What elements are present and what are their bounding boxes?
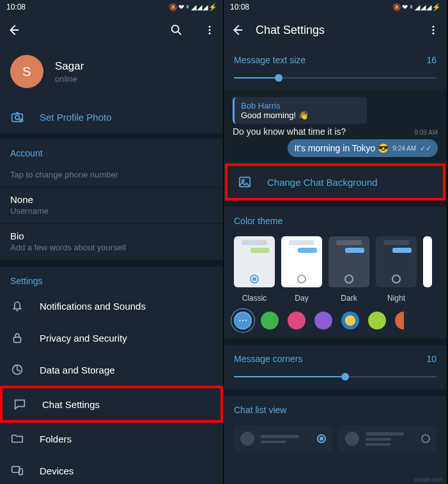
settings-chat[interactable]: Chat Settings xyxy=(0,386,223,423)
bio-item[interactable]: Bio Add a few words about yourself xyxy=(0,224,223,261)
back-icon[interactable] xyxy=(6,23,20,37)
account-header: Account xyxy=(0,139,223,162)
theme-cards xyxy=(224,230,447,291)
settings-header: Settings xyxy=(0,267,223,290)
chat-icon xyxy=(13,397,27,411)
change-background[interactable]: Change Chat Background xyxy=(225,163,445,200)
set-profile-photo[interactable]: Set Profile Photo xyxy=(0,101,223,133)
svg-rect-9 xyxy=(12,467,20,473)
theme-day[interactable] xyxy=(281,236,322,287)
svg-point-13 xyxy=(433,29,435,31)
accent-colors: ⋯ xyxy=(224,309,447,338)
chat-settings-screen: 10:08 🔕 ❤ x◢ ◢ ◢ ⚡ Chat Settings Message… xyxy=(224,0,447,484)
text-size-slider[interactable] xyxy=(234,72,436,84)
accent-pink[interactable] xyxy=(288,312,305,329)
incoming-bubble: Bob Harris Good morning! 👋 xyxy=(233,97,367,124)
chatlist-two-line[interactable] xyxy=(234,425,332,452)
status-icons: 🔕 ❤ x◢ ◢ ◢ ⚡ xyxy=(169,3,217,11)
chatlist-three-line[interactable] xyxy=(339,425,437,452)
chatlist-label: Chat list view xyxy=(224,396,447,419)
back-icon[interactable] xyxy=(230,23,244,37)
accent-blue[interactable]: ⋯ xyxy=(234,312,252,329)
svg-rect-7 xyxy=(14,337,21,342)
status-bar: 10:08 🔕 ❤ x◢ ◢ ◢ ⚡ xyxy=(224,0,447,14)
svg-point-3 xyxy=(209,33,211,34)
accent-cyan[interactable] xyxy=(341,312,359,329)
corners-section: Message corners 10 xyxy=(224,345,447,389)
devices-icon xyxy=(10,464,24,478)
svg-point-12 xyxy=(433,26,435,27)
lock-icon xyxy=(10,331,24,345)
settings-privacy[interactable]: Privacy and Security xyxy=(0,322,223,354)
chat-list-options xyxy=(224,419,447,458)
radio-icon xyxy=(317,434,326,443)
profile-status: online xyxy=(55,74,84,84)
svg-point-16 xyxy=(242,179,244,182)
corners-slider[interactable] xyxy=(234,370,436,383)
text-size-label: Message text size xyxy=(234,55,305,65)
outgoing-bubble: It's morning in Tokyo 😎 9:24 AM ✓✓ xyxy=(288,139,438,157)
clock: 10:08 xyxy=(6,3,26,11)
camera-icon xyxy=(10,110,24,124)
svg-point-0 xyxy=(172,26,179,33)
page-title: Chat Settings xyxy=(256,24,415,37)
data-icon xyxy=(10,363,24,377)
app-bar xyxy=(0,14,223,46)
svg-point-1 xyxy=(209,26,211,27)
corners-label: Message corners xyxy=(234,354,302,364)
avatar: S xyxy=(10,55,43,88)
accent-purple[interactable] xyxy=(314,312,332,329)
status-bar: 10:08 🔕 ❤ x◢ ◢ ◢ ⚡ xyxy=(0,0,223,14)
profile-header[interactable]: S Sagar online xyxy=(0,46,223,101)
chat-preview: Bob Harris Good morning! 👋 Do you know w… xyxy=(224,91,447,161)
profile-name: Sagar xyxy=(55,60,84,73)
text-size-value: 16 xyxy=(426,55,436,65)
phone-hint: Tap to change phone number xyxy=(10,170,213,179)
settings-folders[interactable]: Folders xyxy=(0,423,223,455)
theme-classic[interactable] xyxy=(234,236,275,287)
svg-point-5 xyxy=(15,116,19,119)
svg-point-14 xyxy=(433,33,435,34)
search-icon[interactable] xyxy=(169,23,183,37)
accent-lime[interactable] xyxy=(368,312,386,329)
image-icon xyxy=(238,175,252,189)
settings-notifications[interactable]: Notifications and Sounds xyxy=(0,290,223,322)
folder-icon xyxy=(10,432,24,446)
watermark: wsxdn.com xyxy=(414,476,443,483)
settings-data[interactable]: Data and Storage xyxy=(0,354,223,386)
color-theme-label: Color theme xyxy=(224,207,447,230)
settings-screen: 10:08 🔕 ❤ x◢ ◢ ◢ ⚡ S Sagar online Set Pr… xyxy=(0,0,224,484)
phone-item[interactable]: Tap to change phone number xyxy=(0,162,223,188)
theme-more[interactable] xyxy=(423,236,432,287)
more-icon[interactable] xyxy=(203,23,217,37)
check-icon: ✓✓ xyxy=(420,144,431,153)
radio-icon xyxy=(421,434,430,443)
accent-orange[interactable] xyxy=(395,312,404,329)
app-bar: Chat Settings xyxy=(224,14,447,46)
set-photo-label: Set Profile Photo xyxy=(40,112,112,123)
clock: 10:08 xyxy=(230,3,249,11)
theme-labels: Classic Day Dark Night xyxy=(224,291,447,309)
svg-point-2 xyxy=(209,29,211,31)
theme-dark[interactable] xyxy=(328,236,369,287)
username-item[interactable]: None Username xyxy=(0,188,223,224)
accent-green[interactable] xyxy=(261,312,279,329)
bell-icon xyxy=(10,299,24,313)
more-icon[interactable] xyxy=(426,23,440,37)
theme-night[interactable] xyxy=(376,236,417,287)
settings-devices[interactable]: Devices xyxy=(0,455,223,484)
status-icons: 🔕 ❤ x◢ ◢ ◢ ⚡ xyxy=(392,3,440,11)
corners-value: 10 xyxy=(426,354,436,364)
text-size-section: Message text size 16 xyxy=(224,46,447,91)
